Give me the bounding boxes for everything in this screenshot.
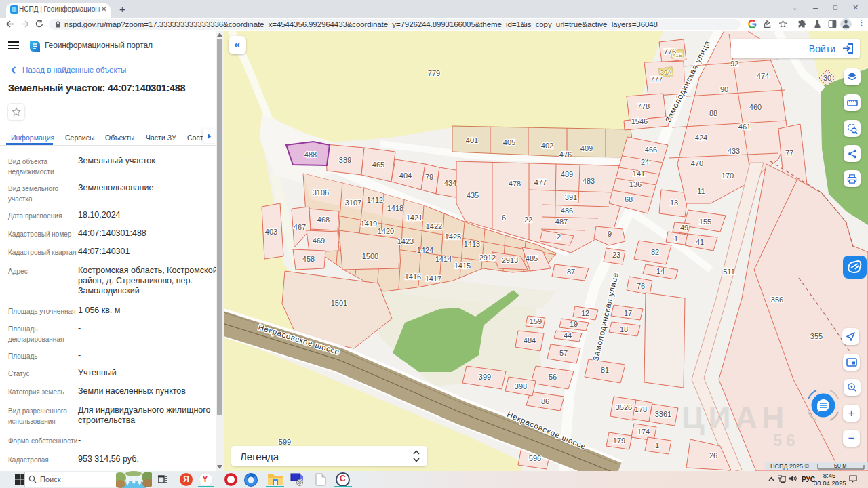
svg-text:2912: 2912: [479, 253, 496, 262]
svg-text:405: 405: [503, 138, 515, 146]
svg-text:466: 466: [645, 146, 657, 154]
svg-text:26: 26: [709, 451, 717, 460]
svg-text:1415: 1415: [454, 262, 471, 270]
svg-text:1424: 1424: [417, 246, 433, 254]
svg-text:3526: 3526: [616, 403, 632, 411]
svg-text:1414: 1414: [435, 255, 452, 263]
svg-text:1: 1: [655, 441, 659, 449]
svg-text:391: 391: [565, 193, 577, 201]
svg-text:88: 88: [709, 109, 717, 117]
svg-text:1417: 1417: [425, 274, 441, 283]
svg-text:1421: 1421: [406, 214, 422, 222]
svg-text:50 м: 50 м: [834, 462, 847, 469]
svg-text:485: 485: [526, 254, 538, 262]
svg-text:1422: 1422: [426, 222, 442, 230]
svg-text:489: 489: [561, 170, 573, 178]
svg-text:484: 484: [524, 336, 536, 344]
svg-text:44: 44: [564, 331, 572, 340]
svg-text:56: 56: [549, 373, 557, 381]
svg-text:41: 41: [696, 238, 704, 246]
svg-text:470: 470: [691, 159, 703, 167]
svg-text:596: 596: [529, 454, 541, 462]
svg-text:1416: 1416: [405, 272, 421, 281]
svg-text:465: 465: [372, 161, 384, 169]
svg-text:178: 178: [635, 405, 647, 413]
svg-text:355: 355: [810, 332, 823, 340]
svg-text:458: 458: [302, 255, 315, 263]
svg-text:2: 2: [557, 232, 561, 241]
svg-text:468: 468: [317, 216, 330, 224]
svg-text:9: 9: [608, 230, 612, 238]
svg-text:57: 57: [559, 349, 568, 357]
svg-text:77: 77: [785, 149, 793, 157]
svg-text:174: 174: [637, 428, 650, 436]
svg-text:76: 76: [637, 282, 645, 290]
svg-text:159: 159: [530, 317, 542, 325]
svg-text:1501: 1501: [331, 299, 347, 307]
svg-text:487: 487: [555, 218, 568, 226]
svg-text:2913: 2913: [502, 256, 518, 264]
svg-text:3361: 3361: [655, 410, 671, 418]
svg-text:41Б: 41Б: [673, 52, 682, 58]
svg-text:599: 599: [279, 438, 291, 446]
svg-text:6: 6: [502, 214, 506, 222]
svg-text:409: 409: [580, 144, 593, 152]
svg-text:11: 11: [697, 187, 705, 195]
svg-text:179: 179: [613, 436, 625, 445]
svg-text:23: 23: [612, 251, 620, 259]
svg-text:90: 90: [720, 85, 728, 94]
svg-text:39А: 39А: [660, 69, 671, 76]
svg-text:82: 82: [651, 248, 659, 256]
svg-text:434: 434: [444, 179, 456, 187]
svg-text:433: 433: [728, 147, 740, 155]
svg-text:404: 404: [399, 171, 412, 180]
svg-text:1413: 1413: [464, 240, 480, 248]
svg-text:779: 779: [428, 69, 440, 77]
svg-text:86: 86: [541, 397, 549, 405]
svg-text:92: 92: [730, 60, 738, 68]
svg-text:81: 81: [601, 366, 609, 374]
svg-text:30: 30: [823, 74, 831, 82]
svg-text:469: 469: [313, 237, 325, 245]
svg-text:777: 777: [650, 75, 663, 83]
svg-text:141: 141: [633, 169, 645, 178]
svg-text:1546: 1546: [631, 117, 648, 125]
svg-text:424: 424: [695, 134, 707, 142]
svg-text:401: 401: [466, 136, 478, 144]
svg-text:389: 389: [339, 156, 351, 164]
svg-text:483: 483: [583, 177, 595, 185]
svg-text:488: 488: [304, 150, 317, 159]
svg-text:467: 467: [294, 223, 306, 231]
svg-text:511: 511: [723, 268, 735, 276]
svg-text:1423: 1423: [397, 237, 414, 245]
svg-text:136: 136: [629, 180, 642, 188]
svg-text:1500: 1500: [362, 252, 378, 260]
svg-text:1420: 1420: [378, 227, 394, 235]
svg-text:476: 476: [559, 150, 572, 159]
svg-text:19: 19: [570, 320, 578, 328]
svg-text:478: 478: [509, 180, 521, 188]
svg-text:79: 79: [425, 173, 433, 181]
svg-text:477: 477: [534, 178, 547, 186]
svg-text:1: 1: [674, 235, 678, 243]
svg-text:24: 24: [641, 158, 649, 166]
svg-text:56: 56: [773, 431, 800, 449]
svg-text:3107: 3107: [345, 199, 361, 207]
svg-text:460: 460: [749, 103, 762, 111]
svg-text:398: 398: [515, 382, 527, 390]
svg-text:778: 778: [637, 102, 650, 110]
svg-text:1412: 1412: [367, 196, 383, 204]
svg-text:1419: 1419: [361, 220, 377, 228]
svg-text:1418: 1418: [387, 204, 403, 212]
svg-text:14: 14: [656, 267, 665, 275]
svg-text:3106: 3106: [313, 188, 329, 197]
svg-text:68: 68: [625, 195, 633, 203]
svg-text:399: 399: [479, 373, 491, 381]
svg-text:155: 155: [699, 218, 711, 226]
svg-text:356: 356: [771, 296, 783, 304]
svg-text:1425: 1425: [445, 232, 461, 241]
svg-text:87: 87: [567, 268, 575, 276]
svg-text:ЦИАН: ЦИАН: [682, 400, 788, 435]
svg-text:13: 13: [670, 199, 678, 207]
svg-text:17: 17: [624, 309, 632, 317]
